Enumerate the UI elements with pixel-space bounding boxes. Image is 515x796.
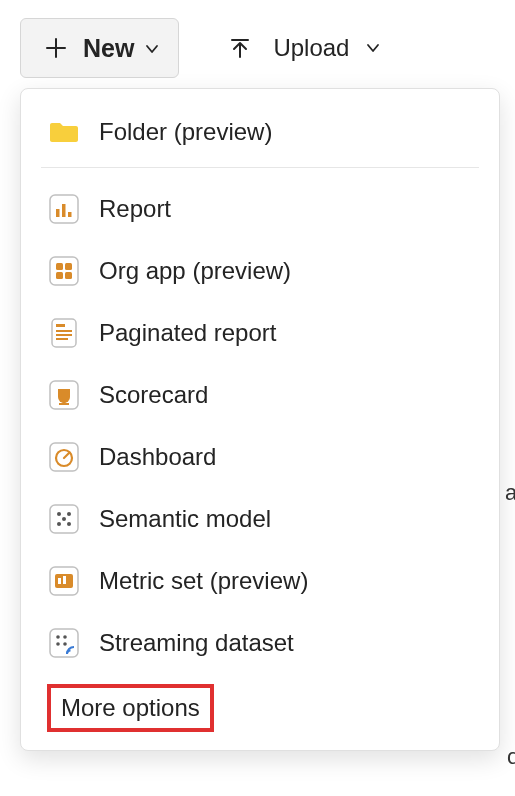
svg-point-33: [63, 642, 67, 646]
menu-item-label: Dashboard: [99, 443, 216, 471]
toolbar: New Upload: [0, 0, 515, 96]
new-button[interactable]: New: [20, 18, 179, 78]
background-occluded-text: o: [507, 744, 515, 774]
svg-rect-13: [56, 338, 68, 340]
paginated-report-icon: [47, 316, 81, 350]
menu-item-label: Folder (preview): [99, 118, 272, 146]
menu-item-semantic-model[interactable]: Semantic model: [21, 488, 499, 550]
menu-item-metric-set[interactable]: Metric set (preview): [21, 550, 499, 612]
svg-rect-7: [56, 272, 63, 279]
scorecard-icon: [47, 378, 81, 412]
svg-rect-16: [59, 403, 69, 405]
menu-item-label: Streaming dataset: [99, 629, 294, 657]
upload-icon: [223, 31, 257, 65]
menu-item-label: Semantic model: [99, 505, 271, 533]
svg-point-24: [62, 517, 66, 521]
menu-item-folder[interactable]: Folder (preview): [21, 101, 499, 163]
semantic-model-icon: [47, 502, 81, 536]
svg-point-20: [57, 512, 61, 516]
svg-point-31: [63, 635, 67, 639]
chevron-down-icon: [144, 34, 160, 63]
menu-separator: [41, 167, 479, 168]
menu-item-label: More options: [61, 694, 200, 721]
menu-item-org-app[interactable]: Org app (preview): [21, 240, 499, 302]
svg-rect-11: [56, 330, 72, 332]
plus-icon: [39, 31, 73, 65]
upload-button[interactable]: Upload: [219, 19, 385, 77]
svg-rect-15: [63, 399, 66, 403]
streaming-dataset-icon: [47, 626, 81, 660]
svg-rect-3: [68, 212, 72, 217]
menu-item-more-options[interactable]: More options: [47, 684, 214, 732]
metric-set-icon: [47, 564, 81, 598]
svg-rect-1: [56, 209, 60, 217]
report-icon: [47, 192, 81, 226]
svg-point-23: [67, 522, 71, 526]
svg-rect-10: [56, 324, 65, 327]
menu-item-label: Metric set (preview): [99, 567, 308, 595]
svg-rect-27: [58, 578, 61, 584]
svg-rect-12: [56, 334, 72, 336]
menu-item-streaming-dataset[interactable]: Streaming dataset: [21, 612, 499, 674]
menu-item-label: Report: [99, 195, 171, 223]
svg-rect-28: [63, 576, 66, 584]
new-button-label: New: [83, 34, 134, 63]
svg-rect-6: [65, 263, 72, 270]
menu-item-report[interactable]: Report: [21, 178, 499, 240]
svg-rect-8: [65, 272, 72, 279]
org-app-icon: [47, 254, 81, 288]
menu-item-scorecard[interactable]: Scorecard: [21, 364, 499, 426]
menu-item-label: Org app (preview): [99, 257, 291, 285]
dashboard-icon: [47, 440, 81, 474]
svg-point-22: [57, 522, 61, 526]
new-dropdown-menu: Folder (preview) Report Org app (preview…: [20, 88, 500, 751]
svg-rect-9: [52, 319, 76, 347]
svg-point-21: [67, 512, 71, 516]
upload-button-label: Upload: [273, 34, 349, 62]
svg-rect-5: [56, 263, 63, 270]
menu-item-label: Scorecard: [99, 381, 208, 409]
svg-point-32: [56, 642, 60, 646]
menu-item-dashboard[interactable]: Dashboard: [21, 426, 499, 488]
svg-rect-2: [62, 204, 66, 217]
background-occluded-text: a: [505, 480, 515, 510]
menu-item-label: Paginated report: [99, 319, 276, 347]
folder-icon: [47, 115, 81, 149]
svg-point-30: [56, 635, 60, 639]
menu-item-paginated-report[interactable]: Paginated report: [21, 302, 499, 364]
chevron-down-icon: [365, 34, 381, 62]
svg-rect-4: [50, 257, 78, 285]
